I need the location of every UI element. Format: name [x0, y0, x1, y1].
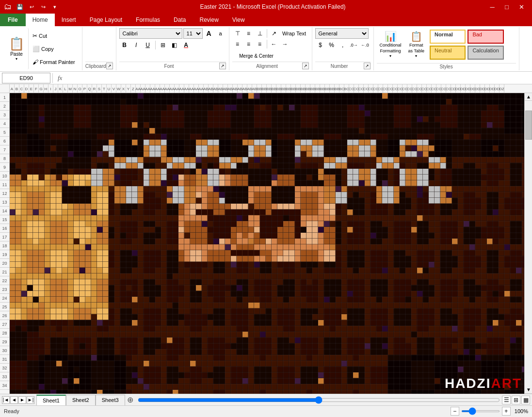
increase-indent-button[interactable]: → [280, 39, 290, 49]
format-as-table-button[interactable]: 📋 Formatas Table ▾ [405, 28, 427, 61]
italic-button[interactable]: I [131, 40, 142, 50]
format-table-dropdown[interactable]: ▾ [415, 54, 417, 59]
font-color-button[interactable]: A [181, 40, 192, 50]
decrease-indent-button[interactable]: ← [269, 39, 279, 49]
column-header: D [24, 84, 29, 93]
paste-button[interactable]: 📋 Paste ▾ [5, 28, 29, 69]
alignment-dialog-btn[interactable]: ↗ [302, 63, 309, 69]
tab-review[interactable]: Review [193, 14, 225, 26]
calculation-style-box[interactable]: Calculation [468, 46, 503, 60]
scroll-down-arrow[interactable]: ▼ [525, 386, 532, 394]
number-dialog-btn[interactable]: ↗ [364, 63, 371, 69]
format-table-icon: 📋 [410, 30, 422, 43]
tab-view[interactable]: View [226, 14, 252, 26]
horizontal-scroll[interactable] [138, 395, 500, 405]
close-button[interactable]: ✕ [515, 2, 528, 12]
normal-view-btn[interactable]: ☰ [502, 396, 511, 404]
minimize-button[interactable]: ─ [485, 2, 499, 12]
merge-center-button[interactable]: Merge & Center [232, 50, 281, 61]
page-layout-view-btn[interactable]: ⊞ [512, 396, 520, 404]
sheet-tab-2[interactable]: Sheet2 [66, 395, 96, 405]
fill-color-button[interactable]: ◧ [169, 40, 180, 50]
normal-style-box[interactable]: Normal [430, 30, 466, 44]
decrease-font-size-button[interactable]: a [215, 28, 226, 39]
tab-scroll-next[interactable]: ► [18, 396, 26, 404]
zoom-out-button[interactable]: − [451, 407, 459, 416]
formula-input[interactable] [67, 73, 530, 83]
row-header: 2 [0, 102, 9, 111]
sheet-tab-1[interactable]: Sheet1 [36, 395, 66, 405]
accounting-button[interactable]: $ [315, 40, 326, 50]
align-left-button[interactable]: ≡ [232, 39, 243, 49]
increase-font-size-button[interactable]: A [204, 28, 214, 39]
undo-quick-btn[interactable]: ↩ [26, 1, 37, 12]
tab-data[interactable]: Data [167, 14, 193, 26]
row-header: 4 [0, 119, 9, 128]
cut-button[interactable]: ✂ Cut [31, 32, 77, 40]
save-quick-btn[interactable]: 💾 [15, 1, 25, 12]
align-bottom-button[interactable]: ⊥ [255, 28, 265, 39]
cond-fmt-dropdown[interactable]: ▾ [389, 54, 391, 59]
tab-file[interactable]: File [0, 14, 26, 26]
right-scrollbar[interactable]: ▲ ▼ [524, 93, 532, 394]
align-right-button[interactable]: ≡ [255, 39, 265, 49]
tab-page-layout[interactable]: Page Layout [83, 14, 129, 26]
font-dialog-btn[interactable]: ↗ [219, 63, 226, 69]
wrap-text-button[interactable]: Wrap Text [280, 28, 309, 39]
bold-button[interactable]: B [119, 40, 130, 50]
font-size-select[interactable]: 11 [183, 28, 203, 39]
redo-quick-btn[interactable]: ↪ [38, 1, 48, 12]
tab-scroll-first[interactable]: |◄ [2, 396, 10, 404]
underline-button[interactable]: U [143, 40, 153, 50]
column-headers: ABCDEFGHIJKLMNOPQRSTUVWXYZAAAAAAAAAAAAAA… [10, 84, 532, 93]
merge-center-row: Merge & Center [232, 50, 281, 61]
scroll-track[interactable] [525, 101, 532, 386]
maximize-button[interactable]: □ [500, 2, 514, 12]
zoom-slider[interactable] [461, 410, 500, 412]
clipboard-dialog-btn[interactable]: ↗ [106, 63, 113, 69]
increase-decimal-button[interactable]: .0→ [349, 40, 359, 50]
copy-button[interactable]: ⬜ Copy [31, 45, 77, 53]
align-center-button[interactable]: ≡ [243, 39, 254, 49]
font-name-select[interactable]: Calibri [119, 28, 182, 39]
scroll-thumb[interactable] [525, 111, 532, 140]
quick-access-toolbar: 🗂 💾 ↩ ↪ ▾ [4, 1, 60, 12]
clipboard-group-name: Clipboard [85, 64, 106, 69]
format-painter-button[interactable]: 🖌 Format Painter [31, 58, 77, 66]
decrease-decimal-button[interactable]: ←.0 [360, 40, 371, 50]
name-box[interactable] [2, 73, 50, 83]
row-header: 23 [0, 285, 9, 294]
tab-scroll-last[interactable]: ►| [27, 396, 34, 404]
paste-dropdown[interactable]: ▾ [16, 57, 17, 61]
borders-button[interactable]: ⊞ [158, 40, 168, 50]
percent-button[interactable]: % [326, 40, 337, 50]
sheet-tabs-bar: |◄ ◄ ► ►| Sheet1 Sheet2 Sheet3 ⊕ ☰ ⊞ ▦ [0, 394, 532, 405]
row-header: 25 [0, 303, 9, 311]
new-sheet-button[interactable]: ⊕ [125, 395, 136, 405]
formula-bar: fx [0, 72, 532, 84]
qa-dropdown-btn[interactable]: ▾ [49, 1, 60, 12]
align-middle-button[interactable]: ≡ [243, 28, 254, 39]
spreadsheet[interactable]: HADZIART [10, 93, 524, 394]
column-header: N [73, 84, 78, 93]
tab-scroll-prev[interactable]: ◄ [10, 396, 18, 404]
tab-home[interactable]: Home [26, 14, 55, 26]
sheet-tab-3[interactable]: Sheet3 [96, 395, 125, 405]
orientation-button[interactable]: ↗ [269, 28, 279, 39]
bad-style-box[interactable]: Bad [468, 30, 503, 44]
excel-icon: 🗂 [4, 2, 12, 11]
column-header: M [68, 84, 73, 93]
page-break-view-btn[interactable]: ▦ [521, 396, 530, 404]
zoom-in-button[interactable]: + [502, 407, 511, 416]
tab-insert[interactable]: Insert [55, 14, 83, 26]
tab-formulas[interactable]: Formulas [129, 14, 167, 26]
number-format-select[interactable]: General [315, 28, 369, 39]
neutral-style-box[interactable]: Neutral [430, 46, 466, 60]
scroll-up-arrow[interactable]: ▲ [525, 93, 532, 101]
comma-button[interactable]: , [338, 40, 348, 50]
align-top-button[interactable]: ⊤ [232, 28, 243, 39]
number-group: General $ % , .0→ ←.0 Number ↗ [312, 27, 374, 70]
conditional-formatting-button[interactable]: 📊 ConditionalFormatting ▾ [377, 28, 404, 61]
styles-buttons-row: 📊 ConditionalFormatting ▾ 📋 Formatas Tab… [377, 28, 505, 61]
title-bar-controls: ─ □ ✕ [485, 2, 528, 12]
